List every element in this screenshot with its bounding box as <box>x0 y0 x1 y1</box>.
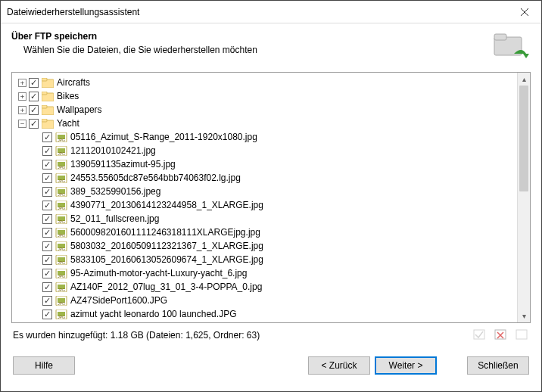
jpg-icon: JPG <box>55 146 67 156</box>
file-label: 05116_Azimut_S-Range_2011-1920x1080.jpg <box>70 132 257 142</box>
svg-rect-1 <box>494 34 506 40</box>
svg-text:JPG: JPG <box>58 233 65 238</box>
expand-toggle[interactable]: + <box>18 79 26 87</box>
wizard-header: Über FTP speichern Wählen Sie die Dateie… <box>1 23 541 72</box>
jpg-icon: JPG <box>55 173 67 183</box>
file-label: 95-Azimuth-motor-yacht-Luxury-yacht_6.jp… <box>70 268 247 278</box>
jpg-icon: JPG <box>55 269 67 278</box>
file-label: 1390591135azimut-95.jpg <box>70 159 176 170</box>
svg-rect-5 <box>42 92 47 95</box>
expand-toggle[interactable]: + <box>18 92 26 101</box>
svg-text:JPG: JPG <box>58 138 65 142</box>
scroll-down-icon[interactable]: ▾ <box>518 310 530 322</box>
checkbox[interactable] <box>29 105 39 115</box>
back-button[interactable]: < Zurück <box>308 356 370 375</box>
close-button[interactable]: Schließen <box>467 356 529 375</box>
checkbox[interactable] <box>42 282 52 292</box>
jpg-icon: JPG <box>55 310 67 319</box>
tree-file-row[interactable]: JPG1390591135azimut-95.jpg <box>14 157 516 171</box>
tree-folder-row[interactable]: +Bikes <box>14 89 516 103</box>
scroll-thumb[interactable] <box>519 86 528 191</box>
tree-folder-row[interactable]: +Aircrafts <box>14 76 516 89</box>
checkbox[interactable] <box>42 296 52 306</box>
tree-file-row[interactable]: JPG24553.55605dc87e564bbb74063f02.lg.jpg <box>14 171 516 185</box>
jpg-icon: JPG <box>55 132 67 142</box>
folder-label: Wallpapers <box>57 104 102 115</box>
checkbox[interactable] <box>29 119 39 129</box>
tree-file-row[interactable]: JPG4390771_20130614123244958_1_XLARGE.jp… <box>14 198 516 212</box>
tree-file-row[interactable]: JPG12112010102421.jpg <box>14 144 516 157</box>
folder-label: Aircrafts <box>57 77 90 88</box>
expand-toggle[interactable]: − <box>18 120 26 128</box>
jpg-icon: JPG <box>55 255 67 265</box>
tree-file-row[interactable]: JPGAZ47SidePort1600.JPG <box>14 294 516 307</box>
refresh-icon[interactable] <box>516 329 529 341</box>
checkbox[interactable] <box>29 78 39 88</box>
jpg-icon: JPG <box>55 282 67 292</box>
select-all-icon[interactable] <box>473 329 487 341</box>
checkbox[interactable] <box>29 92 39 101</box>
help-button[interactable]: Hilfe <box>13 356 75 375</box>
close-icon <box>521 8 528 16</box>
footer: Hilfe < Zurück Weiter > Schließen <box>1 346 541 387</box>
file-label: azimut yacht leonardo 100 launched.JPG <box>70 309 236 319</box>
file-label: 4390771_20130614123244958_1_XLARGE.jpg <box>70 200 263 210</box>
checkbox[interactable] <box>42 228 52 238</box>
checkbox[interactable] <box>42 132 52 142</box>
svg-text:JPG: JPG <box>58 219 65 224</box>
scrollbar[interactable]: ▴ ▾ <box>517 73 530 322</box>
file-label: 5803032_20160509112321367_1_XLARGE.jpg <box>70 241 263 251</box>
file-label: 24553.55605dc87e564bbb74063f02.lg.jpg <box>70 173 241 183</box>
checkbox[interactable] <box>42 310 52 319</box>
checkbox[interactable] <box>42 160 52 170</box>
file-label: 389_5325990156.jpeg <box>70 186 160 197</box>
svg-text:JPG: JPG <box>58 151 65 156</box>
checkbox[interactable] <box>42 269 52 278</box>
checkbox[interactable] <box>42 173 52 183</box>
tree-file-row[interactable]: JPG95-Azimuth-motor-yacht-Luxury-yacht_6… <box>14 266 516 280</box>
svg-text:JPG: JPG <box>58 260 65 265</box>
folder-icon <box>42 105 54 115</box>
file-label: AZ140F_2012_07lug_31_01_3-4-POPPA_0.jpg <box>70 282 262 292</box>
tree-file-row[interactable]: JPG389_5325990156.jpeg <box>14 185 516 198</box>
tree-file-row[interactable]: JPG5833105_20160613052609674_1_XLARGE.jp… <box>14 253 516 266</box>
page-subtitle: Wählen Sie die Dateien, die Sie wiederhe… <box>11 45 491 55</box>
tree-file-row[interactable]: JPG05116_Azimut_S-Range_2011-1920x1080.j… <box>14 130 516 144</box>
checkbox[interactable] <box>42 241 52 251</box>
tree-folder-row[interactable]: +Wallpapers <box>14 103 516 117</box>
deselect-all-icon[interactable] <box>494 329 508 341</box>
jpg-icon: JPG <box>55 214 67 224</box>
page-title: Über FTP speichern <box>11 31 491 42</box>
expand-toggle[interactable]: + <box>18 106 26 114</box>
svg-rect-7 <box>42 105 47 108</box>
window-close-button[interactable] <box>507 1 541 23</box>
scroll-up-icon[interactable]: ▴ <box>518 73 530 86</box>
checkbox[interactable] <box>42 201 52 210</box>
folder-icon <box>42 92 54 101</box>
file-label: 12112010102421.jpg <box>70 145 156 156</box>
folder-icon <box>42 119 54 129</box>
file-tree-container: +Aircrafts+Bikes+Wallpapers−YachtJPG0511… <box>11 72 531 323</box>
tree-file-row[interactable]: JPG5803032_20160509112321367_1_XLARGE.jp… <box>14 239 516 253</box>
checkbox[interactable] <box>42 255 52 265</box>
file-label: 5600098201601111246318111XLARGEjpg.jpg <box>70 227 260 238</box>
tree-file-row[interactable]: JPGazimut yacht leonardo 100 launched.JP… <box>14 307 516 321</box>
jpg-icon: JPG <box>55 241 67 251</box>
svg-text:JPG: JPG <box>58 315 65 319</box>
window-title: Dateiwiederherstellungsassistent <box>7 7 507 17</box>
file-label: AZ47SidePort1600.JPG <box>70 295 167 306</box>
checkbox[interactable] <box>42 214 52 224</box>
file-label: 5833105_20160613052609674_1_XLARGE.jpg <box>70 254 263 265</box>
folder-label: Bikes <box>57 91 79 101</box>
file-tree[interactable]: +Aircrafts+Bikes+Wallpapers−YachtJPG0511… <box>12 73 517 322</box>
tree-file-row[interactable]: JPG52_011_fullscreen.jpg <box>14 212 516 226</box>
folder-icon <box>42 78 54 88</box>
tree-folder-row[interactable]: −Yacht <box>14 117 516 130</box>
jpg-icon: JPG <box>55 160 67 170</box>
tree-file-row[interactable]: JPGAZ140F_2012_07lug_31_01_3-4-POPPA_0.j… <box>14 280 516 294</box>
checkbox[interactable] <box>42 187 52 197</box>
checkbox[interactable] <box>42 146 52 156</box>
tree-file-row[interactable]: JPG5600098201601111246318111XLARGEjpg.jp… <box>14 226 516 239</box>
status-text: Es wurden hinzugefügt: 1.18 GB (Dateien:… <box>13 330 473 341</box>
next-button[interactable]: Weiter > <box>375 356 437 375</box>
